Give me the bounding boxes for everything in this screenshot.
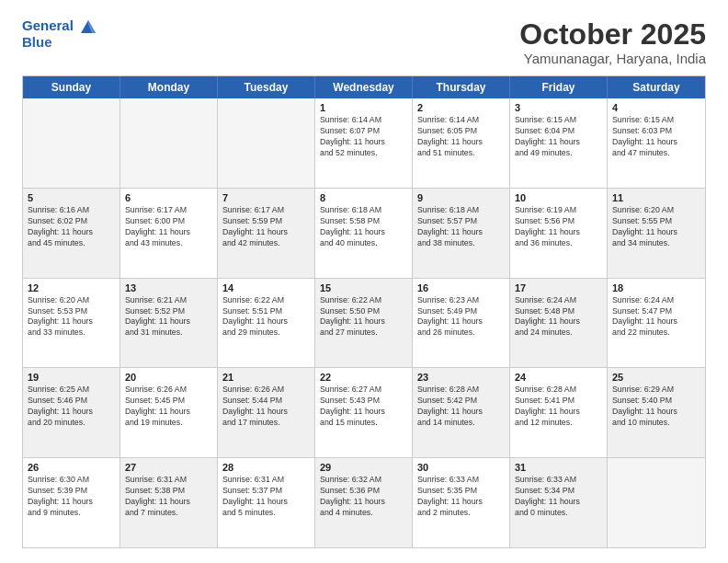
logo-blue: Blue xyxy=(22,35,97,51)
cell-content: Sunrise: 6:31 AM Sunset: 5:38 PM Dayligh… xyxy=(125,475,212,519)
day-number: 29 xyxy=(320,462,407,473)
calendar-cell: 11Sunrise: 6:20 AM Sunset: 5:55 PM Dayli… xyxy=(608,189,705,278)
calendar-cell xyxy=(608,458,705,547)
weekday-header: Tuesday xyxy=(218,76,315,98)
day-number: 7 xyxy=(222,192,310,203)
cell-content: Sunrise: 6:20 AM Sunset: 5:53 PM Dayligh… xyxy=(28,295,115,339)
cell-content: Sunrise: 6:22 AM Sunset: 5:50 PM Dayligh… xyxy=(320,295,407,339)
cell-content: Sunrise: 6:14 AM Sunset: 6:07 PM Dayligh… xyxy=(320,115,407,159)
calendar-cell: 3Sunrise: 6:15 AM Sunset: 6:04 PM Daylig… xyxy=(510,98,608,188)
cell-content: Sunrise: 6:14 AM Sunset: 6:05 PM Dayligh… xyxy=(417,115,505,159)
cell-content: Sunrise: 6:18 AM Sunset: 5:57 PM Dayligh… xyxy=(417,205,505,249)
cell-content: Sunrise: 6:23 AM Sunset: 5:49 PM Dayligh… xyxy=(417,295,505,339)
calendar-cell: 23Sunrise: 6:28 AM Sunset: 5:42 PM Dayli… xyxy=(413,368,510,457)
cell-content: Sunrise: 6:31 AM Sunset: 5:37 PM Dayligh… xyxy=(222,475,310,519)
day-number: 28 xyxy=(222,462,310,473)
day-number: 4 xyxy=(612,102,700,113)
month-title: October 2025 xyxy=(519,18,706,51)
day-number: 8 xyxy=(320,192,407,203)
day-number: 9 xyxy=(417,192,505,203)
calendar-cell: 17Sunrise: 6:24 AM Sunset: 5:48 PM Dayli… xyxy=(510,279,608,368)
day-number: 15 xyxy=(320,282,407,293)
cell-content: Sunrise: 6:30 AM Sunset: 5:39 PM Dayligh… xyxy=(28,475,115,519)
day-number: 22 xyxy=(320,372,407,383)
day-number: 5 xyxy=(28,192,115,203)
calendar-cell: 31Sunrise: 6:33 AM Sunset: 5:34 PM Dayli… xyxy=(510,458,608,547)
day-number: 17 xyxy=(515,282,602,293)
calendar-cell: 9Sunrise: 6:18 AM Sunset: 5:57 PM Daylig… xyxy=(413,189,510,278)
cell-content: Sunrise: 6:28 AM Sunset: 5:42 PM Dayligh… xyxy=(417,385,505,429)
day-number: 20 xyxy=(125,372,212,383)
day-number: 23 xyxy=(417,372,505,383)
day-number: 3 xyxy=(515,102,602,113)
calendar-cell: 14Sunrise: 6:22 AM Sunset: 5:51 PM Dayli… xyxy=(218,279,315,368)
calendar-cell: 20Sunrise: 6:26 AM Sunset: 5:45 PM Dayli… xyxy=(120,368,218,457)
location: Yamunanagar, Haryana, India xyxy=(519,51,706,66)
calendar: SundayMondayTuesdayWednesdayThursdayFrid… xyxy=(22,75,706,548)
day-number: 10 xyxy=(515,192,602,203)
weekday-header: Thursday xyxy=(413,76,510,98)
cell-content: Sunrise: 6:19 AM Sunset: 5:56 PM Dayligh… xyxy=(515,205,602,249)
calendar-cell: 5Sunrise: 6:16 AM Sunset: 6:02 PM Daylig… xyxy=(23,189,120,278)
calendar-cell xyxy=(23,98,120,188)
cell-content: Sunrise: 6:26 AM Sunset: 5:44 PM Dayligh… xyxy=(222,385,310,429)
calendar-cell: 19Sunrise: 6:25 AM Sunset: 5:46 PM Dayli… xyxy=(23,368,120,457)
calendar-cell: 25Sunrise: 6:29 AM Sunset: 5:40 PM Dayli… xyxy=(608,368,705,457)
page: General Blue October 2025 Yamunanagar, H… xyxy=(0,0,728,563)
day-number: 24 xyxy=(515,372,602,383)
cell-content: Sunrise: 6:33 AM Sunset: 5:35 PM Dayligh… xyxy=(417,475,505,519)
weekday-header: Wednesday xyxy=(315,76,413,98)
cell-content: Sunrise: 6:32 AM Sunset: 5:36 PM Dayligh… xyxy=(320,475,407,519)
cell-content: Sunrise: 6:16 AM Sunset: 6:02 PM Dayligh… xyxy=(28,205,115,249)
logo: General Blue xyxy=(22,18,97,51)
calendar-row: 26Sunrise: 6:30 AM Sunset: 5:39 PM Dayli… xyxy=(23,458,705,547)
cell-content: Sunrise: 6:18 AM Sunset: 5:58 PM Dayligh… xyxy=(320,205,407,249)
calendar-cell: 29Sunrise: 6:32 AM Sunset: 5:36 PM Dayli… xyxy=(315,458,413,547)
calendar-cell: 15Sunrise: 6:22 AM Sunset: 5:50 PM Dayli… xyxy=(315,279,413,368)
day-number: 18 xyxy=(612,282,700,293)
calendar-cell xyxy=(120,98,218,188)
cell-content: Sunrise: 6:20 AM Sunset: 5:55 PM Dayligh… xyxy=(612,205,700,249)
cell-content: Sunrise: 6:15 AM Sunset: 6:03 PM Dayligh… xyxy=(612,115,700,159)
day-number: 12 xyxy=(28,282,115,293)
cell-content: Sunrise: 6:22 AM Sunset: 5:51 PM Dayligh… xyxy=(222,295,310,339)
weekday-header: Saturday xyxy=(608,76,705,98)
day-number: 27 xyxy=(125,462,212,473)
day-number: 14 xyxy=(222,282,310,293)
weekday-header: Sunday xyxy=(23,76,120,98)
day-number: 6 xyxy=(125,192,212,203)
cell-content: Sunrise: 6:25 AM Sunset: 5:46 PM Dayligh… xyxy=(28,385,115,429)
calendar-cell: 16Sunrise: 6:23 AM Sunset: 5:49 PM Dayli… xyxy=(413,279,510,368)
calendar-cell: 30Sunrise: 6:33 AM Sunset: 5:35 PM Dayli… xyxy=(413,458,510,547)
cell-content: Sunrise: 6:17 AM Sunset: 6:00 PM Dayligh… xyxy=(125,205,212,249)
day-number: 30 xyxy=(417,462,505,473)
calendar-cell: 24Sunrise: 6:28 AM Sunset: 5:41 PM Dayli… xyxy=(510,368,608,457)
day-number: 31 xyxy=(515,462,602,473)
calendar-cell: 6Sunrise: 6:17 AM Sunset: 6:00 PM Daylig… xyxy=(120,189,218,278)
calendar-cell: 7Sunrise: 6:17 AM Sunset: 5:59 PM Daylig… xyxy=(218,189,315,278)
cell-content: Sunrise: 6:24 AM Sunset: 5:48 PM Dayligh… xyxy=(515,295,602,339)
logo-icon xyxy=(79,18,97,35)
calendar-cell: 26Sunrise: 6:30 AM Sunset: 5:39 PM Dayli… xyxy=(23,458,120,547)
calendar-cell: 13Sunrise: 6:21 AM Sunset: 5:52 PM Dayli… xyxy=(120,279,218,368)
calendar-cell: 4Sunrise: 6:15 AM Sunset: 6:03 PM Daylig… xyxy=(608,98,705,188)
day-number: 11 xyxy=(612,192,700,203)
calendar-cell: 18Sunrise: 6:24 AM Sunset: 5:47 PM Dayli… xyxy=(608,279,705,368)
calendar-cell: 2Sunrise: 6:14 AM Sunset: 6:05 PM Daylig… xyxy=(413,98,510,188)
calendar-cell: 22Sunrise: 6:27 AM Sunset: 5:43 PM Dayli… xyxy=(315,368,413,457)
cell-content: Sunrise: 6:17 AM Sunset: 5:59 PM Dayligh… xyxy=(222,205,310,249)
calendar-cell: 10Sunrise: 6:19 AM Sunset: 5:56 PM Dayli… xyxy=(510,189,608,278)
cell-content: Sunrise: 6:28 AM Sunset: 5:41 PM Dayligh… xyxy=(515,385,602,429)
weekday-header: Friday xyxy=(510,76,608,98)
day-number: 16 xyxy=(417,282,505,293)
cell-content: Sunrise: 6:29 AM Sunset: 5:40 PM Dayligh… xyxy=(612,385,700,429)
day-number: 19 xyxy=(28,372,115,383)
cell-content: Sunrise: 6:15 AM Sunset: 6:04 PM Dayligh… xyxy=(515,115,602,159)
calendar-cell: 28Sunrise: 6:31 AM Sunset: 5:37 PM Dayli… xyxy=(218,458,315,547)
cell-content: Sunrise: 6:21 AM Sunset: 5:52 PM Dayligh… xyxy=(125,295,212,339)
calendar-cell: 1Sunrise: 6:14 AM Sunset: 6:07 PM Daylig… xyxy=(315,98,413,188)
calendar-cell: 21Sunrise: 6:26 AM Sunset: 5:44 PM Dayli… xyxy=(218,368,315,457)
day-number: 25 xyxy=(612,372,700,383)
day-number: 13 xyxy=(125,282,212,293)
logo-general: General xyxy=(22,17,74,33)
